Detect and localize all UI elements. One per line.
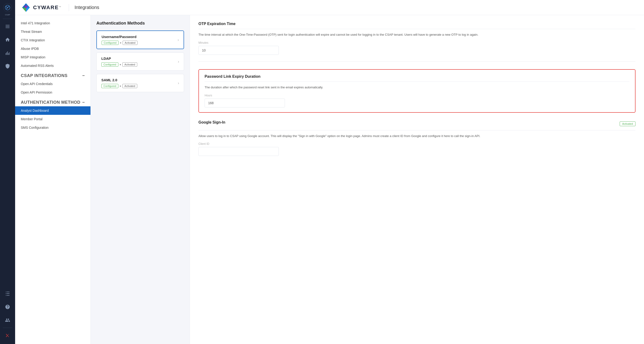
cyware-logo-text: CYWARE™ [33,4,61,11]
auth-card-left-ldap: LDAP Configured Activated [101,56,178,67]
content-area: Intel 471 Integration Threat Stream CTIX… [15,15,644,344]
svg-rect-9 [6,25,10,26]
page-title: Integrations [75,5,100,10]
password-expiry-divider [204,82,629,82]
header-divider [69,4,69,11]
cyware-logo: CYWARE™ [21,2,61,13]
client-id-label: Client ID [198,142,636,146]
auth-card-name-ldap: LDAP [101,56,178,60]
activated-badge-saml: Activated [122,84,137,88]
top-header: CYWARE™ Integrations [15,0,644,15]
nav-shield-button[interactable] [0,60,15,73]
google-signin-title: Google Sign-In [198,120,226,124]
activated-badge-username: Activated [122,41,138,45]
badge-row-ldap: Configured Activated [101,62,178,67]
otp-divider [198,29,636,29]
nav-home-button[interactable] [0,33,15,46]
nav-users-button[interactable] [0,314,15,327]
sidebar-item-threat-stream[interactable]: Threat Stream [15,28,90,36]
otp-desc: The time interval at which the One-Time-… [198,32,636,37]
configured-badge-ldap: Configured [101,62,118,67]
auth-card-username-password[interactable]: Username/Password Configured Activated › [96,30,184,49]
chevron-saml[interactable]: › [178,81,179,85]
auth-card-left-saml: SAML 2.0 Configured Activated [101,78,178,88]
nav-divider-2 [3,328,12,328]
auth-card-name-saml: SAML 2.0 [101,78,178,82]
sidebar-item-abuse-ipdb[interactable]: Abuse IPDB [15,44,90,53]
csap-integrations-header: CSAP INTEGRATIONS − [15,70,90,80]
svg-marker-16 [26,8,30,12]
chevron-username[interactable]: › [178,38,179,42]
password-expiry-title: Password Link Expiry Duration [204,74,629,79]
auth-card-ldap[interactable]: LDAP Configured Activated › [96,52,184,71]
cyware-logo-icon [21,2,31,13]
sidebar-item-intel471[interactable]: Intel 471 Integration [15,19,90,28]
svg-point-6 [6,6,6,7]
password-expiry-input[interactable] [204,98,285,108]
dot-ldap [120,64,121,65]
sidebar-item-open-api-credentials[interactable]: Open API Credentials [15,80,90,88]
nav-chart-button[interactable] [0,46,15,60]
badge-row-username: Configured Activated [102,41,178,45]
nav-logo [0,0,15,15]
nav-x-logo-button[interactable] [0,329,15,342]
sidebar-item-analyst-dashboard[interactable]: Analyst Dashboard [15,106,90,115]
google-signin-divider [198,130,636,130]
chevron-ldap[interactable]: › [178,60,179,64]
sidebar-item-member-portal[interactable]: Member Portal [15,115,90,123]
google-signin-desc: Allow users to log in to CSAP using Goog… [198,134,636,139]
nav-csap-icon[interactable] [2,2,13,13]
main-content: Authentication Methods Username/Password… [91,15,644,344]
svg-point-8 [6,8,7,9]
auth-methods-title: Authentication Methods [96,21,184,26]
password-expiry-input-label: Hours [204,94,629,97]
main-area: CYWARE™ Integrations Intel 471 Integrati… [15,0,644,344]
sidebar-item-automated-rss[interactable]: Automated RSS Alerts [15,62,90,70]
google-signin-header: Google Sign-In Activated [198,120,636,127]
badge-row-saml: Configured Activated [101,84,178,88]
auth-method-header: AUTHENTICATION METHOD − [15,97,90,106]
nav-bar: CSAP [0,0,15,344]
configured-badge-username: Configured [102,41,118,45]
auth-methods-panel: Authentication Methods Username/Password… [91,15,190,344]
auth-card-name-username: Username/Password [102,35,178,39]
dot-username [120,42,121,44]
svg-marker-14 [22,8,26,12]
password-expiry-desc: The duration after which the password re… [204,85,629,90]
otp-title: OTP Expiration Time [198,22,636,26]
svg-point-7 [9,6,10,7]
auth-card-left-username: Username/Password Configured Activated [102,35,178,45]
svg-point-5 [7,7,8,8]
sidebar: Intel 471 Integration Threat Stream CTIX… [15,15,91,344]
sidebar-item-sms-config[interactable]: SMS Configuration [15,123,90,132]
nav-tasks-button[interactable] [0,287,15,300]
otp-input[interactable] [198,46,279,55]
nav-csap-label: CSAP [5,14,10,16]
nav-help-button[interactable] [0,300,15,314]
auth-collapse-icon[interactable]: − [82,100,85,105]
auth-card-saml[interactable]: SAML 2.0 Configured Activated › [96,74,184,92]
sidebar-item-open-api-permission[interactable]: Open API Permission [15,88,90,97]
otp-section: OTP Expiration Time The time interval at… [198,22,636,62]
sidebar-item-ctix[interactable]: CTIX Integration [15,36,90,44]
csap-collapse-icon[interactable]: − [82,73,85,78]
nav-divider-1 [3,19,12,19]
svg-rect-10 [6,26,10,27]
dot-saml [120,86,121,87]
settings-panel: OTP Expiration Time The time interval at… [190,15,644,344]
svg-rect-11 [6,28,10,28]
sidebar-item-misp[interactable]: MISP Integration [15,53,90,62]
nav-menu-button[interactable] [0,20,15,33]
configured-badge-saml: Configured [101,84,118,88]
otp-input-label: Minutes [198,41,636,44]
password-expiry-section: Password Link Expiry Duration The durati… [198,69,636,113]
google-signin-section: Google Sign-In Activated Allow users to … [198,120,636,163]
activated-badge-ldap: Activated [122,62,137,67]
client-id-input[interactable] [198,147,279,156]
google-activated-badge: Activated [620,122,636,126]
